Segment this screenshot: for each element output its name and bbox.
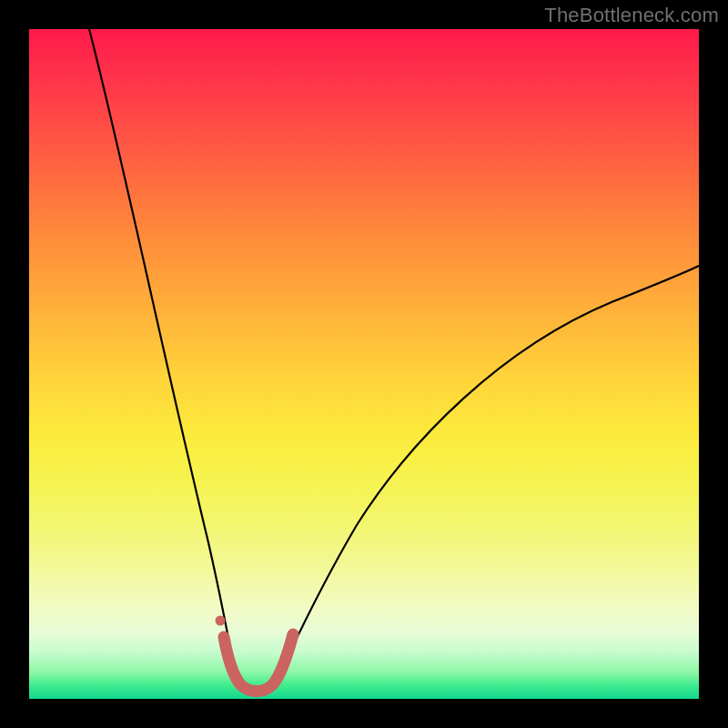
curve-right-branch: [277, 266, 699, 680]
chart-svg: [29, 29, 699, 699]
highlight-band: [224, 634, 293, 692]
chart-frame: TheBottleneck.com: [0, 0, 728, 728]
watermark-text: TheBottleneck.com: [544, 4, 719, 27]
highlight-dot: [216, 616, 226, 626]
curve-left-branch: [89, 29, 237, 680]
plot-area: [29, 29, 699, 699]
